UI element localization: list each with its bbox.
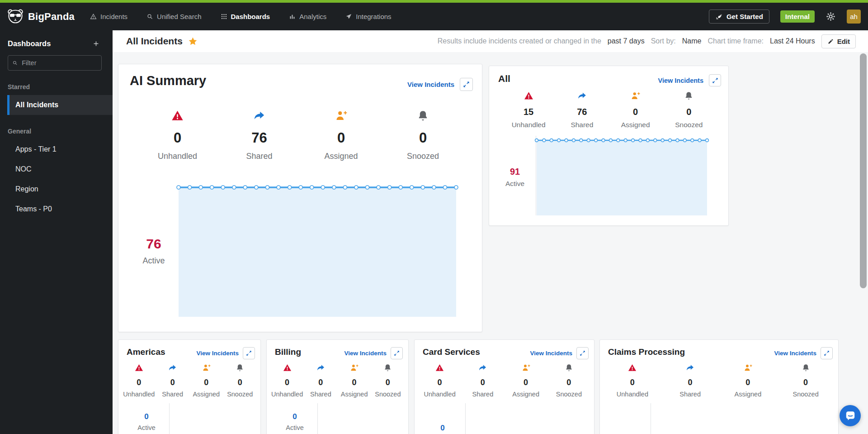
nav-item-analytics[interactable]: Analytics: [289, 13, 326, 20]
bar-chart-icon: [289, 13, 296, 20]
stat-unhandled: 0 Unhandled: [418, 363, 461, 398]
view-incidents-link[interactable]: View Incidents: [344, 350, 387, 357]
expand-icon: [824, 350, 830, 356]
nav-item-incidents[interactable]: Incidents: [90, 13, 127, 20]
stat-shared: 0 Shared: [661, 363, 719, 398]
stat-value: 0: [304, 378, 337, 387]
stat-label: Snoozed: [371, 391, 405, 398]
active-count: 91: [495, 167, 535, 177]
sidebar-item-all-incidents[interactable]: All Incidents: [7, 95, 113, 115]
snoozed-bell-icon: [565, 363, 573, 372]
nav-label: Analytics: [299, 13, 326, 20]
stat-shared: 76 Shared: [218, 110, 300, 161]
favorite-star-icon[interactable]: [188, 37, 198, 46]
stat-label: Unhandled: [418, 391, 461, 398]
expand-widget-button[interactable]: [576, 347, 589, 359]
stat-snoozed: 0 Snoozed: [223, 363, 257, 398]
stat-label: Snoozed: [777, 391, 835, 398]
widget-title: Card Services: [423, 347, 480, 357]
stat-snoozed: 0 Snoozed: [662, 91, 716, 129]
stat-label: Assigned: [189, 391, 223, 398]
expand-widget-button[interactable]: [821, 347, 833, 359]
sidebar-item-region[interactable]: Region: [0, 179, 113, 199]
brand-accent-strip: [0, 0, 868, 3]
grid-icon: [221, 13, 227, 20]
integrations-icon: [345, 13, 352, 20]
nav-item-integrations[interactable]: Integrations: [345, 13, 391, 20]
stat-unhandled: 0 Unhandled: [604, 363, 661, 398]
widget-ai-summary: AI Summary View Incidents 0 Unhandled 76…: [118, 64, 482, 332]
expand-widget-button[interactable]: [709, 74, 721, 86]
nav-label: Dashboards: [231, 13, 270, 20]
stat-unhandled: 0 Unhandled: [122, 363, 156, 398]
user-avatar[interactable]: ah: [847, 10, 861, 24]
stat-value: 0: [604, 378, 661, 387]
view-incidents-link[interactable]: View Incidents: [407, 81, 454, 88]
vertical-scrollbar-thumb[interactable]: [860, 53, 867, 288]
stat-label: Shared: [555, 121, 609, 129]
sort-by-value: Name: [682, 37, 702, 45]
bigpanda-logo[interactable]: BigPanda: [7, 9, 75, 24]
active-incidents-area-chart: [536, 136, 708, 215]
stat-label: Shared: [461, 391, 504, 398]
stat-value: 0: [777, 378, 835, 387]
stat-label: Shared: [218, 152, 300, 161]
view-incidents-link[interactable]: View Incidents: [530, 350, 572, 357]
snoozed-bell-icon: [802, 363, 810, 372]
stat-value: 0: [338, 378, 371, 387]
widget-claims-processing: Claims Processing View Incidents 0 Unhan…: [599, 339, 839, 434]
expand-icon: [394, 350, 400, 356]
widget-billing: Billing View Incidents 0 Unhandled 0 Sha…: [266, 339, 409, 434]
assigned-person-icon: [202, 363, 211, 372]
nav-item-unified-search[interactable]: Unified Search: [146, 13, 201, 20]
stat-label: Shared: [156, 391, 190, 398]
get-started-button[interactable]: Get Started: [709, 10, 769, 24]
stat-assigned: 0 Assigned: [609, 91, 662, 129]
stat-assigned: 0 Assigned: [719, 363, 777, 398]
stat-snoozed: 0 Snoozed: [547, 363, 590, 398]
active-incidents-summary: 0 Active: [125, 412, 168, 431]
stat-value: 0: [270, 378, 304, 387]
expand-widget-button[interactable]: [391, 347, 403, 359]
widget-card-services: Card Services View Incidents 0 Unhandled…: [414, 339, 594, 434]
widget-title: AI Summary: [130, 73, 206, 88]
view-incidents-link[interactable]: View Incidents: [658, 77, 703, 84]
active-incidents-area-chart: [178, 183, 457, 317]
nav-label: Integrations: [356, 13, 391, 20]
stat-value: 76: [218, 130, 300, 146]
expand-widget-button[interactable]: [460, 78, 473, 91]
view-incidents-link[interactable]: View Incidents: [196, 350, 239, 357]
sidebar-item-apps-tier-1[interactable]: Apps - Tier 1: [0, 139, 113, 159]
assigned-person-icon: [631, 91, 640, 100]
stat-label: Assigned: [300, 152, 382, 161]
edit-dashboard-button[interactable]: Edit: [821, 34, 856, 48]
view-incidents-link[interactable]: View Incidents: [774, 350, 816, 357]
sidebar-section-general: General: [0, 115, 113, 139]
stat-label: Unhandled: [502, 121, 555, 129]
stat-label: Assigned: [719, 391, 777, 398]
sidebar-item-noc[interactable]: NOC: [0, 159, 113, 179]
add-dashboard-button[interactable]: [92, 40, 100, 48]
active-count: 0: [421, 424, 464, 433]
chat-launcher-button[interactable]: [840, 405, 861, 426]
settings-gear-button[interactable]: [826, 11, 836, 22]
stat-assigned: 0 Assigned: [189, 363, 223, 398]
nav-label: Incidents: [100, 13, 127, 20]
incident-stats-row: 0 Unhandled 0 Shared 0 Assigned 0 Snooze…: [270, 363, 405, 398]
stat-value: 0: [418, 378, 461, 387]
shared-arrow-icon: [577, 91, 587, 100]
widget-americas: Americas View Incidents 0 Unhandled 0 Sh…: [118, 339, 261, 434]
incident-stats-row: 15 Unhandled 76 Shared 0 Assigned 0 Snoo…: [502, 91, 716, 129]
gear-icon: [826, 11, 836, 22]
expand-widget-button[interactable]: [243, 347, 255, 359]
stat-value: 0: [122, 378, 156, 387]
sidebar-item-teams-p0[interactable]: Teams - P0: [0, 199, 113, 219]
results-range-value: past 7 days: [608, 37, 645, 45]
stat-value: 76: [555, 107, 609, 117]
sidebar-title: Dashboards: [8, 39, 51, 48]
stat-label: Assigned: [609, 121, 662, 129]
dashboard-filter-input[interactable]: [21, 59, 97, 67]
active-count: 0: [125, 412, 168, 421]
nav-item-dashboards[interactable]: Dashboards: [221, 13, 270, 20]
stat-value: 0: [223, 378, 257, 387]
